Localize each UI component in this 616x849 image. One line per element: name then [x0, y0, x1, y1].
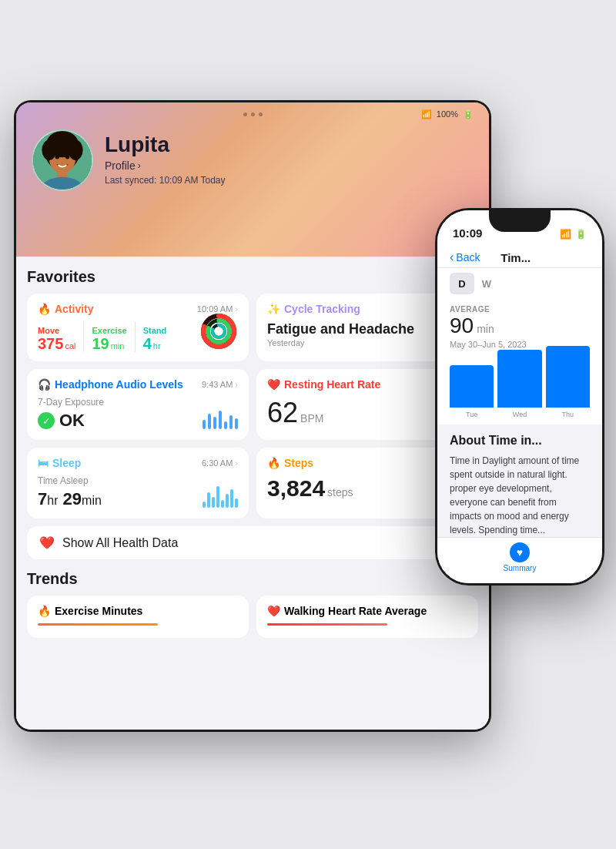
stat-divider-2: [135, 321, 136, 352]
trends-title: Trends: [27, 570, 478, 588]
bar-label-wed: Wed: [513, 411, 527, 418]
headphone-icon: 🎧: [38, 378, 51, 391]
show-all-row[interactable]: ❤️ Show All Health Data: [27, 526, 478, 559]
audio-bar-4: [219, 411, 222, 429]
ok-text: OK: [59, 411, 85, 431]
headphone-time: 9:43 AM ›: [202, 380, 238, 389]
headphone-chevron: ›: [235, 380, 238, 389]
audio-bar-3: [213, 417, 216, 429]
bar-label-thu: Thu: [562, 411, 574, 418]
health-content: Favorites 🔥 Activity 10:09 AM ›: [16, 257, 489, 730]
user-avatar[interactable]: [32, 129, 93, 191]
cycle-icon: ✨: [267, 303, 280, 315]
show-all-text: Show All Health Data: [62, 536, 178, 550]
summary-tab[interactable]: ♥ Summary: [504, 542, 537, 572]
health-header: Lupita Profile › Last synced: 10:09 AM T…: [16, 102, 489, 257]
iphone-signal-icon: 📶: [560, 229, 571, 240]
iphone-tabbar: ♥ Summary: [437, 537, 602, 583]
heart-icon: ❤️: [267, 378, 280, 391]
ipad-device: 📶 100% 🔋: [14, 100, 491, 732]
about-title: About Time in...: [450, 434, 590, 448]
iphone-status-icons: 📶 🔋: [560, 229, 587, 240]
move-unit: cal: [65, 341, 75, 351]
stand-value: 4: [143, 335, 152, 352]
iphone-chart-area: AVERAGE 90 min May 30–Jun 5, 2023 Tue We…: [437, 299, 602, 424]
activity-ring: [199, 312, 238, 351]
svg-point-7: [65, 154, 70, 159]
avg-unit: min: [477, 323, 494, 335]
audio-bar-1: [203, 420, 206, 429]
about-section: About Time in... Time in Daylight amount…: [437, 424, 602, 537]
move-stat: Move 375 cal: [38, 326, 75, 352]
profile-chevron: ›: [138, 160, 141, 171]
dot-1: [243, 112, 247, 116]
average-label: AVERAGE: [450, 305, 590, 314]
sleep-hours: 7: [38, 489, 47, 508]
steps-title: 🔥 Steps: [267, 457, 313, 469]
sleep-bar-2: [207, 492, 210, 508]
back-button[interactable]: ‹ Back: [450, 250, 480, 264]
sleep-bar-1: [203, 502, 206, 508]
stand-unit: hr: [153, 341, 161, 351]
stat-divider-1: [83, 321, 84, 352]
summary-heart-icon: ♥: [510, 542, 530, 562]
scene: 📶 100% 🔋: [0, 0, 616, 849]
bar-col-tue: Tue: [450, 365, 494, 418]
week-button[interactable]: W: [474, 273, 499, 294]
sleep-bar-8: [235, 498, 238, 508]
headphone-card[interactable]: 🎧 Headphone Audio Levels 9:43 AM › 7-Day…: [27, 369, 249, 440]
activity-title: 🔥 Activity: [38, 303, 94, 315]
sleep-bar-4: [216, 486, 219, 508]
sleep-min-unit: min: [82, 494, 102, 507]
bar-col-thu: Thu: [546, 346, 590, 418]
sleep-minutes: 29: [63, 489, 82, 508]
audio-bar-2: [208, 414, 211, 429]
nav-title: Tim...: [500, 251, 531, 264]
show-all-icon: ❤️: [39, 535, 55, 550]
iphone-time: 10:09: [453, 227, 482, 240]
headphone-card-header: 🎧 Headphone Audio Levels 9:43 AM ›: [38, 378, 238, 391]
dot-3: [259, 112, 263, 116]
about-text: Time in Daylight amount of time spent ou…: [450, 454, 590, 537]
day-week-toggle: D W: [437, 268, 602, 299]
bar-thu: [546, 346, 590, 408]
walking-hr-icon: ❤️: [267, 605, 280, 617]
stand-stat: Stand 4 hr: [143, 326, 167, 352]
sleep-label: Time Asleep: [38, 475, 238, 486]
favorites-title: Favorites: [27, 268, 478, 286]
iphone-screen: 10:09 📶 🔋 ‹ Back Tim... D W: [437, 210, 602, 583]
exercise-unit: min: [111, 341, 125, 351]
summary-tab-label: Summary: [504, 564, 537, 572]
walking-hr-line: [267, 623, 387, 626]
sleep-title: 🛏 Sleep: [38, 457, 81, 469]
sleep-card[interactable]: 🛏 Sleep 6:30 AM › Time Asleep 7hr 29min: [27, 448, 249, 518]
stand-label: Stand: [143, 326, 167, 335]
sleep-chevron: ›: [235, 458, 238, 468]
bpm-value: 62: [267, 397, 298, 429]
ipad-status-right: 📶 100% 🔋: [421, 109, 474, 119]
bar-tue: [450, 365, 494, 408]
audio-bar-5: [224, 421, 227, 429]
exposure-label: 7-Day Exposure: [38, 397, 238, 408]
bar-wed: [497, 350, 541, 408]
battery-icon: 🔋: [463, 109, 474, 119]
exercise-trend-card[interactable]: 🔥 Exercise Minutes: [27, 596, 249, 638]
day-button[interactable]: D: [450, 273, 474, 294]
wifi-icon: 📶: [421, 109, 432, 119]
battery-label: 100%: [437, 109, 458, 119]
bpm-unit: BPM: [300, 412, 323, 424]
walking-hr-trend-title: ❤️ Walking Heart Rate Average: [267, 605, 467, 617]
iphone-notch: [489, 210, 551, 232]
dot-2: [251, 112, 255, 116]
ipad-screen: 📶 100% 🔋: [16, 102, 489, 730]
move-label: Move: [38, 326, 75, 335]
back-chevron-icon: ‹: [450, 250, 454, 264]
walking-hr-trend-card[interactable]: ❤️ Walking Heart Rate Average: [256, 596, 478, 638]
profile-link[interactable]: Profile ›: [105, 159, 226, 172]
ipad-home-indicator: [243, 112, 263, 116]
activity-card[interactable]: 🔥 Activity 10:09 AM › Move: [27, 294, 249, 361]
steps-value: 3,824: [267, 475, 325, 502]
sleep-time: 6:30 AM ›: [202, 458, 238, 468]
user-info: Lupita Profile › Last synced: 10:09 AM T…: [105, 129, 226, 186]
exercise-trend-icon: 🔥: [38, 605, 51, 617]
